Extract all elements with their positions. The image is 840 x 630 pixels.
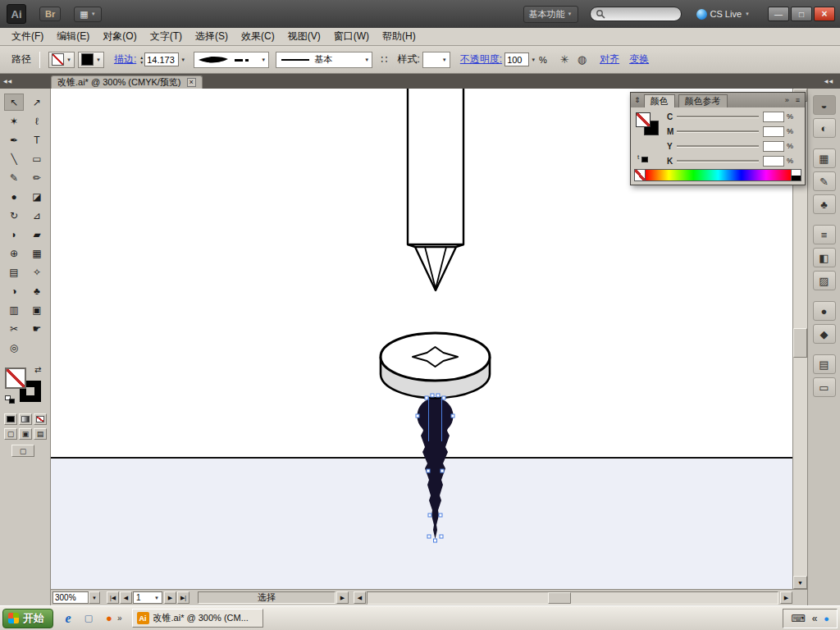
horizontal-scroll-thumb[interactable] — [548, 592, 571, 604]
rectangle-tool[interactable]: ▭ — [27, 150, 47, 167]
panel-toggle-icon[interactable]: ⇕ — [634, 96, 641, 104]
variable-width-profile-dropdown[interactable]: 基本 ▼ — [276, 52, 372, 68]
first-artboard-button[interactable]: |◀ — [107, 591, 119, 604]
status-popup-button[interactable]: ▶ — [336, 591, 349, 604]
magic-wand-tool[interactable]: ✶ — [4, 112, 24, 130]
horizontal-scrollbar[interactable] — [367, 591, 778, 605]
stroke-panel-icon[interactable]: ≡ — [813, 225, 836, 244]
spectrum-none-swatch[interactable] — [635, 170, 646, 180]
gradient-tool[interactable]: ▤ — [4, 263, 24, 281]
menu-edit[interactable]: 编辑(E) — [50, 28, 96, 45]
direct-selection-tool[interactable]: ↗ — [27, 94, 47, 111]
cyan-field[interactable] — [763, 112, 784, 122]
opacity-field[interactable] — [504, 52, 529, 66]
quick-launch-overflow-icon[interactable]: » — [117, 614, 122, 623]
default-fill-stroke-icon[interactable] — [5, 395, 16, 404]
brush-definition-dropdown[interactable]: ▼ — [194, 52, 269, 68]
draw-inside-button[interactable]: ▤ — [34, 428, 47, 440]
menu-select[interactable]: 选择(S) — [189, 28, 235, 45]
show-desktop-icon[interactable]: ▢ — [81, 611, 96, 626]
panel-menu-icon[interactable]: ≡ — [794, 96, 801, 104]
lasso-tool[interactable]: ℓ — [27, 112, 47, 130]
fill-color-swatch[interactable] — [5, 368, 26, 389]
blend-tool[interactable]: ◑ — [4, 282, 24, 299]
blob-brush-tool[interactable]: ● — [4, 188, 24, 205]
search-box[interactable] — [590, 7, 682, 21]
last-color-indicator[interactable]: t — [637, 153, 649, 163]
previous-artboard-button[interactable]: ◀ — [120, 591, 132, 604]
spectrum-ramp[interactable] — [646, 170, 791, 180]
slice-tool[interactable]: ✂ — [4, 320, 24, 337]
artboard-tool[interactable]: ▣ — [27, 301, 47, 318]
hand-tool[interactable]: ☛ — [27, 320, 47, 337]
browser-icon[interactable]: ● — [102, 611, 116, 626]
type-tool[interactable]: T — [27, 131, 47, 148]
adjust-colors-icon[interactable]: ◍ — [578, 53, 587, 66]
panel-fill-none-swatch[interactable] — [636, 112, 651, 127]
tab-close-icon[interactable]: × — [187, 78, 196, 87]
color-guide-panel-icon[interactable]: ◐ — [813, 118, 836, 138]
restore-button[interactable]: □ — [791, 7, 812, 21]
transparency-panel-icon[interactable]: ▨ — [813, 271, 836, 290]
menu-window[interactable]: 窗口(W) — [327, 28, 376, 45]
none-button[interactable] — [34, 413, 47, 425]
menu-type[interactable]: 文字(T) — [144, 28, 189, 45]
swap-fill-stroke-icon[interactable]: ⇄ — [34, 365, 41, 374]
internet-explorer-icon[interactable]: e — [61, 611, 75, 626]
symbol-sprayer-tool[interactable]: ♣ — [27, 282, 47, 299]
spectrum-white-black-swatch[interactable] — [791, 170, 801, 180]
width-tool[interactable]: ◗ — [4, 226, 24, 243]
graphic-style-dropdown[interactable]: ▼ — [422, 52, 450, 68]
next-artboard-button[interactable]: ▶ — [164, 591, 176, 604]
layers-panel-icon[interactable]: ▤ — [813, 354, 836, 374]
appearance-panel-icon[interactable]: ● — [813, 301, 836, 321]
black-field[interactable] — [763, 156, 784, 167]
graphic-styles-panel-icon[interactable]: ◆ — [813, 324, 836, 344]
mesh-tool[interactable]: ▦ — [27, 244, 47, 262]
zoom-dropdown-button[interactable]: ▼ — [89, 591, 100, 604]
color-button[interactable] — [4, 413, 17, 425]
menu-object[interactable]: 对象(O) — [96, 28, 143, 45]
vertical-scroll-thumb[interactable] — [793, 328, 807, 358]
column-graph-tool[interactable]: ▥ — [4, 301, 24, 318]
zoom-tool[interactable]: ◎ — [4, 339, 24, 356]
zoom-level-field[interactable] — [52, 591, 89, 604]
hscroll-right-button[interactable]: ▶ — [780, 591, 792, 604]
close-button[interactable]: × — [814, 7, 835, 21]
toolbar-collapse-icon[interactable]: ◀◀ — [3, 78, 12, 84]
cs-live-button[interactable]: CS Live ▼ — [696, 9, 750, 20]
menu-help[interactable]: 帮助(H) — [376, 28, 422, 45]
symbols-panel-icon[interactable]: ♣ — [813, 194, 836, 214]
fill-color-dropdown[interactable]: ▼ — [48, 52, 75, 68]
gradient-button[interactable] — [19, 413, 32, 425]
screen-mode-button[interactable]: ▢ — [11, 445, 34, 457]
draw-normal-button[interactable]: ▢ — [4, 428, 17, 440]
search-input[interactable] — [605, 9, 674, 19]
document-tab[interactable]: 改锥.ai* @ 300% (CMYK/预览) × — [51, 75, 203, 89]
black-slider[interactable] — [677, 160, 759, 162]
artboards-panel-icon[interactable]: ▭ — [813, 377, 836, 397]
yellow-field[interactable] — [763, 141, 784, 152]
color-spectrum[interactable] — [634, 169, 801, 181]
recolor-artwork-icon[interactable]: ✳ — [560, 53, 569, 66]
menu-file[interactable]: 文件(F) — [5, 28, 50, 45]
selection-tool[interactable]: ↖ — [4, 94, 24, 111]
cyan-slider[interactable] — [677, 116, 759, 118]
menu-view[interactable]: 视图(V) — [281, 28, 327, 45]
pen-tool[interactable]: ✒ — [4, 131, 24, 148]
tray-collapse-icon[interactable]: « — [812, 613, 818, 624]
scroll-down-button[interactable]: ▼ — [793, 576, 807, 589]
input-method-icon[interactable]: ⌨ — [791, 613, 805, 624]
transform-link[interactable]: 变换 — [629, 52, 649, 66]
tab-color-guide[interactable]: 颜色参考 — [678, 94, 728, 107]
path-options-icon[interactable]: ∷ — [381, 53, 387, 66]
stroke-weight-link[interactable]: 描边: — [114, 52, 136, 66]
menu-effect[interactable]: 效果(C) — [235, 28, 281, 45]
pencil-tool[interactable]: ✏ — [27, 169, 47, 186]
stepper-down-icon[interactable]: ▼ — [139, 60, 144, 65]
line-segment-tool[interactable]: ╲ — [4, 150, 24, 167]
minimize-button[interactable]: — — [768, 7, 789, 21]
align-link[interactable]: 对齐 — [600, 52, 619, 66]
screw-head-shape[interactable] — [381, 333, 490, 398]
brushes-panel-icon[interactable]: ✎ — [813, 171, 836, 191]
